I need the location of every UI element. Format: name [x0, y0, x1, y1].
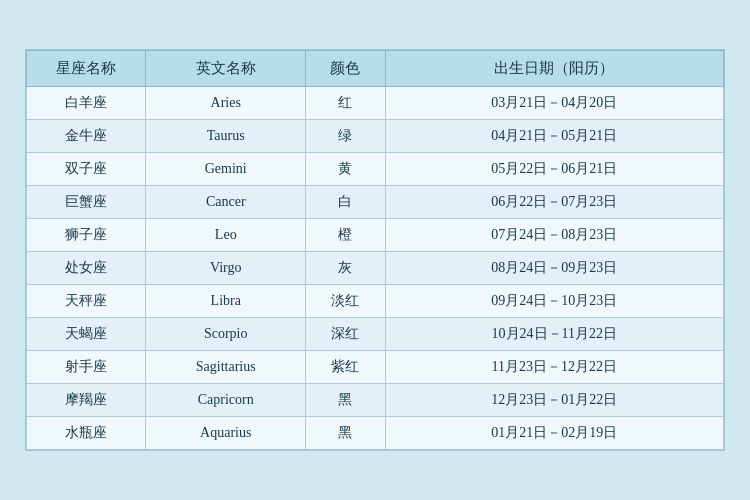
cell-english: Cancer [146, 186, 306, 219]
table-row: 水瓶座Aquarius黑01月21日－02月19日 [27, 417, 724, 450]
cell-english: Sagittarius [146, 351, 306, 384]
cell-color: 紫红 [306, 351, 386, 384]
header-color: 颜色 [306, 51, 386, 87]
table-row: 巨蟹座Cancer白06月22日－07月23日 [27, 186, 724, 219]
cell-date: 10月24日－11月22日 [385, 318, 723, 351]
cell-chinese: 金牛座 [27, 120, 146, 153]
cell-english: Capricorn [146, 384, 306, 417]
cell-date: 05月22日－06月21日 [385, 153, 723, 186]
table-row: 天蝎座Scorpio深红10月24日－11月22日 [27, 318, 724, 351]
cell-color: 黑 [306, 417, 386, 450]
cell-date: 03月21日－04月20日 [385, 87, 723, 120]
cell-date: 08月24日－09月23日 [385, 252, 723, 285]
cell-chinese: 处女座 [27, 252, 146, 285]
cell-chinese: 双子座 [27, 153, 146, 186]
cell-english: Leo [146, 219, 306, 252]
header-english: 英文名称 [146, 51, 306, 87]
cell-chinese: 天蝎座 [27, 318, 146, 351]
cell-english: Aquarius [146, 417, 306, 450]
cell-color: 深红 [306, 318, 386, 351]
cell-color: 白 [306, 186, 386, 219]
cell-date: 11月23日－12月22日 [385, 351, 723, 384]
table-row: 天秤座Libra淡红09月24日－10月23日 [27, 285, 724, 318]
cell-chinese: 水瓶座 [27, 417, 146, 450]
table-row: 双子座Gemini黄05月22日－06月21日 [27, 153, 724, 186]
table-row: 金牛座Taurus绿04月21日－05月21日 [27, 120, 724, 153]
cell-date: 06月22日－07月23日 [385, 186, 723, 219]
cell-chinese: 射手座 [27, 351, 146, 384]
cell-chinese: 天秤座 [27, 285, 146, 318]
table-row: 白羊座Aries红03月21日－04月20日 [27, 87, 724, 120]
cell-english: Taurus [146, 120, 306, 153]
cell-color: 绿 [306, 120, 386, 153]
cell-english: Gemini [146, 153, 306, 186]
cell-date: 01月21日－02月19日 [385, 417, 723, 450]
cell-color: 红 [306, 87, 386, 120]
cell-chinese: 巨蟹座 [27, 186, 146, 219]
cell-color: 黑 [306, 384, 386, 417]
table-row: 狮子座Leo橙07月24日－08月23日 [27, 219, 724, 252]
cell-english: Scorpio [146, 318, 306, 351]
table-row: 处女座Virgo灰08月24日－09月23日 [27, 252, 724, 285]
cell-english: Libra [146, 285, 306, 318]
cell-color: 橙 [306, 219, 386, 252]
cell-color: 灰 [306, 252, 386, 285]
zodiac-table: 星座名称 英文名称 颜色 出生日期（阳历） 白羊座Aries红03月21日－04… [26, 50, 724, 450]
cell-date: 07月24日－08月23日 [385, 219, 723, 252]
cell-chinese: 摩羯座 [27, 384, 146, 417]
table-row: 摩羯座Capricorn黑12月23日－01月22日 [27, 384, 724, 417]
table-row: 射手座Sagittarius紫红11月23日－12月22日 [27, 351, 724, 384]
header-date: 出生日期（阳历） [385, 51, 723, 87]
cell-english: Virgo [146, 252, 306, 285]
cell-date: 09月24日－10月23日 [385, 285, 723, 318]
cell-color: 黄 [306, 153, 386, 186]
cell-english: Aries [146, 87, 306, 120]
cell-chinese: 狮子座 [27, 219, 146, 252]
cell-chinese: 白羊座 [27, 87, 146, 120]
header-chinese: 星座名称 [27, 51, 146, 87]
cell-color: 淡红 [306, 285, 386, 318]
cell-date: 12月23日－01月22日 [385, 384, 723, 417]
zodiac-table-container: 星座名称 英文名称 颜色 出生日期（阳历） 白羊座Aries红03月21日－04… [25, 49, 725, 451]
table-header-row: 星座名称 英文名称 颜色 出生日期（阳历） [27, 51, 724, 87]
cell-date: 04月21日－05月21日 [385, 120, 723, 153]
